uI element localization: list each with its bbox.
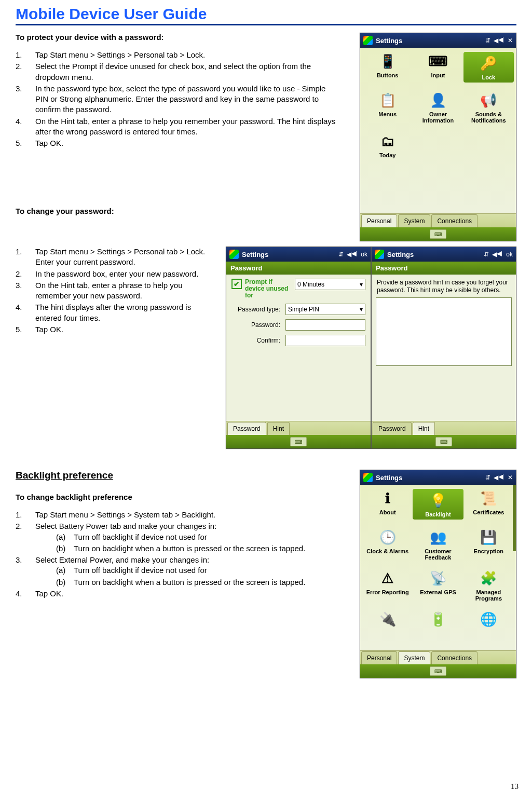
app-icon-backlight[interactable]: 💡Backlight	[413, 489, 463, 520]
sub-step-item: (a)Turn off backlight if device not used…	[56, 565, 337, 576]
app-icon-buttons[interactable]: 📱Buttons	[362, 52, 413, 83]
Encryption-icon: 💾	[479, 528, 498, 547]
title-text: Settings	[376, 474, 482, 482]
type-dropdown[interactable]: Simple PIN▾	[285, 304, 365, 315]
Buttons-icon: 📱	[378, 52, 397, 71]
title-text: Settings	[376, 37, 482, 45]
Customer Feedback-icon: 👥	[429, 528, 447, 547]
app-icon-menus[interactable]: 📋Menus	[362, 91, 413, 124]
keyboard-icon[interactable]: ⌨	[430, 666, 446, 676]
app-label: Encryption	[474, 548, 503, 554]
timeout-dropdown[interactable]: 0 Minutes▾	[295, 279, 365, 290]
keyboard-icon[interactable]: ⌨	[435, 437, 452, 446]
app-icon-about[interactable]: ℹAbout	[362, 489, 413, 520]
screenshot-settings-system: Settings ⇵ ◀⯇ ✕ ℹAbout💡Backlight📜Certifi…	[360, 470, 516, 678]
screenshot-settings-personal: Settings ⇵ ◀⯇ ✕ 📱Buttons⌨Input🔑Lock📋Menu…	[360, 33, 516, 241]
tab-hint[interactable]: Hint	[413, 422, 435, 435]
app-label: Lock	[482, 74, 495, 80]
scrollbar[interactable]	[513, 485, 516, 551]
prompt-checkbox[interactable]: ✔	[231, 279, 242, 289]
tab-password[interactable]: Password	[373, 422, 412, 435]
app-icon-certificates[interactable]: 📜Certificates	[463, 489, 514, 520]
close-button[interactable]: ✕	[508, 37, 513, 44]
hint-description: Provide a password hint in case you forg…	[372, 275, 516, 297]
app-icon-error-reporting[interactable]: ⚠Error Reporting	[362, 569, 413, 602]
confirm-input[interactable]	[285, 335, 365, 346]
ok-button[interactable]: ok	[506, 251, 513, 258]
tab-personal[interactable]: Personal	[361, 651, 397, 664]
screen-header: Password	[372, 262, 516, 275]
sub-step-item: (a)Turn off backlight if device not used…	[56, 532, 337, 542]
keyboard-icon[interactable]: ⌨	[290, 437, 307, 446]
tab-strip: PasswordHint	[372, 421, 516, 435]
app-label: Error Reporting	[366, 589, 409, 595]
app-icon-lock[interactable]: 🔑Lock	[463, 52, 514, 83]
step-item: Tap Start menu > Settings > System tab >…	[16, 510, 337, 520]
app-icon-today[interactable]: 🗂Today	[362, 132, 413, 158]
app-icon: 🌐	[479, 610, 498, 629]
Today-icon: 🗂	[378, 132, 397, 151]
prompt-label: Prompt if device unused for	[245, 279, 292, 299]
signal-icon: ⇵	[338, 251, 344, 258]
app-icon-managed-programs[interactable]: 🧩Managed Programs	[463, 569, 514, 602]
tab-system[interactable]: System	[398, 214, 430, 227]
app-icon-encryption[interactable]: 💾Encryption	[463, 528, 514, 561]
Sounds & Notifications-icon: 📢	[479, 91, 498, 110]
Clock & Alarms-icon: 🕒	[378, 528, 397, 547]
keyboard-icon[interactable]: ⌨	[430, 229, 446, 239]
tab-system[interactable]: System	[398, 651, 430, 664]
start-icon[interactable]	[363, 36, 373, 45]
start-icon[interactable]	[229, 250, 239, 259]
app-icon-sounds-notifications[interactable]: 📢Sounds & Notifications	[463, 91, 514, 124]
app-icon-blank[interactable]: 🔋	[413, 610, 463, 630]
step-item: On the Hint tab, enter a phrase to help …	[16, 280, 213, 302]
app-icon-clock-alarms[interactable]: 🕒Clock & Alarms	[362, 528, 413, 561]
tab-personal[interactable]: Personal	[361, 214, 397, 227]
app-label: Menus	[378, 111, 397, 117]
app-icon-blank[interactable]: 🌐	[463, 610, 514, 630]
app-icon-input[interactable]: ⌨Input	[413, 52, 463, 83]
screen-header: Password	[226, 262, 371, 275]
close-button[interactable]: ✕	[508, 474, 513, 481]
hint-input[interactable]	[376, 297, 512, 366]
change-steps: Tap Start menu > Settings > Personal tab…	[16, 247, 213, 335]
app-icon-customer-feedback[interactable]: 👥Customer Feedback	[413, 528, 463, 561]
tab-connections[interactable]: Connections	[431, 214, 478, 227]
tab-strip: PersonalSystemConnections	[360, 213, 516, 227]
app-label: Input	[431, 72, 445, 78]
start-icon[interactable]	[375, 250, 384, 259]
protect-steps: Tap Start menu > Settings > Personal tab…	[16, 50, 337, 148]
step-item: On the Hint tab, enter a phrase to help …	[16, 116, 337, 138]
app-label: Certificates	[473, 509, 504, 515]
step-item: Tap Start menu > Settings > Personal tab…	[16, 50, 337, 60]
app-icon: 🔋	[429, 610, 447, 629]
Backlight-icon: 💡	[429, 491, 447, 510]
app-label: Sounds & Notifications	[463, 111, 514, 124]
signal-icon: ⇵	[485, 37, 490, 44]
app-icon-external-gps[interactable]: 📡External GPS	[413, 569, 463, 602]
app-label: Clock & Alarms	[366, 548, 408, 554]
step-item: Tap OK.	[16, 589, 337, 599]
title-text: Settings	[387, 251, 481, 258]
step-item: Select the Prompt if device unused for c…	[16, 61, 337, 83]
start-icon[interactable]	[363, 473, 373, 482]
app-label: Managed Programs	[463, 589, 514, 602]
tab-connections[interactable]: Connections	[431, 651, 478, 664]
app-label: Backlight	[425, 511, 451, 517]
step-item: Select Battery Power tab and make your c…	[16, 521, 337, 554]
step-item: In the password box, enter your new pass…	[16, 269, 213, 279]
step-item: The hint displays after the wrong passwo…	[16, 302, 213, 323]
Lock-icon: 🔑	[479, 54, 498, 73]
tab-password[interactable]: Password	[227, 422, 266, 435]
tab-hint[interactable]: Hint	[267, 422, 290, 435]
Input-icon: ⌨	[429, 52, 447, 71]
Owner Information-icon: 👤	[429, 91, 447, 110]
ok-button[interactable]: ok	[361, 251, 367, 258]
sub-step-item: (b)Turn on backlight when a button is pr…	[56, 577, 337, 588]
password-input[interactable]	[285, 319, 365, 331]
document-title: Mobile Device User Guide	[16, 5, 516, 25]
app-icon-blank[interactable]: 🔌	[362, 610, 413, 630]
step-item: Tap OK.	[16, 324, 213, 335]
app-icon-owner-information[interactable]: 👤Owner Information	[413, 91, 463, 124]
app-label: Customer Feedback	[413, 548, 463, 561]
